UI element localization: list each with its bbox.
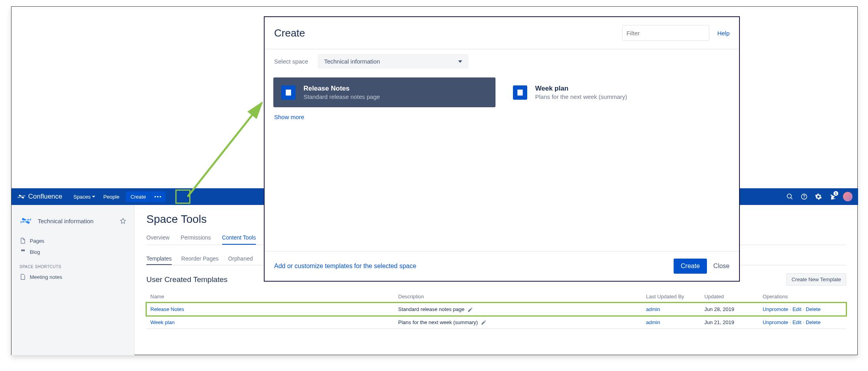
col-name: Name xyxy=(146,290,394,303)
document-icon xyxy=(281,85,296,100)
sidebar-item-label: Pages xyxy=(30,238,44,244)
sidebar-item-label: Blog xyxy=(30,249,40,255)
chevron-down-icon xyxy=(92,196,95,197)
pages-icon xyxy=(19,238,26,244)
create-modal: Create Help Select space Technical infor… xyxy=(264,16,740,282)
space-dropdown[interactable]: Technical information xyxy=(318,54,469,69)
template-desc: Plans for the next week (summary) xyxy=(535,93,627,100)
template-name-link[interactable]: Week plan xyxy=(150,319,175,325)
nav-people[interactable]: People xyxy=(103,194,119,200)
tab-permissions[interactable]: Permissions xyxy=(181,231,211,245)
op-unpromote[interactable]: Unpromote xyxy=(762,306,788,312)
nav-spaces-label: Spaces xyxy=(73,194,90,200)
help-icon[interactable] xyxy=(800,193,808,201)
svg-line-1 xyxy=(188,103,262,197)
customize-templates-link[interactable]: Add or customize templates for the selec… xyxy=(274,263,674,270)
col-by: Last Updated By xyxy=(642,290,701,303)
pencil-icon[interactable] xyxy=(467,307,473,313)
updated-date: Jun 28, 2019 xyxy=(700,303,759,316)
sidebar: Technical information Pages Blog SPACE S… xyxy=(12,205,134,355)
confluence-icon xyxy=(17,192,26,201)
close-button[interactable]: Close xyxy=(713,263,730,270)
col-desc: Description xyxy=(394,290,642,303)
brand-logo[interactable]: Confluence xyxy=(17,192,62,201)
select-space-label: Select space xyxy=(274,58,308,65)
sidebar-item-pages[interactable]: Pages xyxy=(12,235,134,246)
col-ops: Operations xyxy=(759,290,846,303)
sidebar-item-blog[interactable]: Blog xyxy=(12,246,134,257)
nav-more-button[interactable]: ••• xyxy=(151,191,165,202)
star-icon[interactable] xyxy=(120,218,126,224)
search-icon[interactable] xyxy=(786,193,794,201)
templates-table: Name Description Last Updated By Updated… xyxy=(146,290,846,329)
pencil-icon[interactable] xyxy=(481,320,486,325)
template-desc-text: Plans for the next week (summary) xyxy=(398,319,478,325)
notifications-icon[interactable]: 1 xyxy=(829,193,837,201)
tab-content-tools[interactable]: Content Tools xyxy=(222,231,256,245)
help-link[interactable]: Help xyxy=(717,30,730,37)
modal-title: Create xyxy=(274,27,622,39)
nav-create-button[interactable]: Create xyxy=(126,191,151,202)
notif-count: 1 xyxy=(833,191,838,196)
template-card-week-plan[interactable]: Week plan Plans for the next week (summa… xyxy=(505,77,727,107)
sidebar-item-label: Meeting notes xyxy=(30,274,62,280)
blog-icon xyxy=(19,249,26,255)
updated-by-link[interactable]: admin xyxy=(646,319,660,325)
avatar[interactable] xyxy=(843,192,853,201)
annotation-arrow xyxy=(184,98,268,199)
template-card-release-notes[interactable]: Release Notes Standard release notes pag… xyxy=(273,77,495,107)
template-name-link[interactable]: Release Notes xyxy=(150,306,184,312)
col-updated: Updated xyxy=(700,290,759,303)
space-logo-icon xyxy=(19,214,32,227)
create-button[interactable]: Create xyxy=(674,259,707,274)
op-delete[interactable]: Delete xyxy=(806,306,821,312)
nav-spaces[interactable]: Spaces xyxy=(73,194,95,200)
op-delete[interactable]: Delete xyxy=(806,319,821,325)
doc-icon xyxy=(19,274,26,280)
space-dropdown-value: Technical information xyxy=(324,58,458,65)
template-desc-text: Standard release notes page xyxy=(398,306,465,312)
template-title: Release Notes xyxy=(303,85,380,93)
filter-input[interactable] xyxy=(622,25,709,41)
show-more-link[interactable]: Show more xyxy=(265,107,739,127)
create-new-template-button[interactable]: Create New Template xyxy=(786,273,846,286)
template-title: Week plan xyxy=(535,85,627,93)
tab-overview[interactable]: Overview xyxy=(146,231,169,245)
table-row: Release Notes Standard release notes pag… xyxy=(146,303,846,316)
brand-name: Confluence xyxy=(28,193,62,201)
updated-by-link[interactable]: admin xyxy=(646,306,660,312)
sidebar-item-meeting-notes[interactable]: Meeting notes xyxy=(12,271,134,282)
chevron-down-icon xyxy=(458,60,462,63)
op-unpromote[interactable]: Unpromote xyxy=(762,319,788,325)
subtab-templates[interactable]: Templates xyxy=(146,253,172,265)
sidebar-shortcuts-heading: SPACE SHORTCUTS xyxy=(12,257,134,271)
subtab-reorder[interactable]: Reorder Pages xyxy=(181,253,219,265)
subtab-orphaned[interactable]: Orphaned xyxy=(228,253,253,265)
table-row: Week plan Plans for the next week (summa… xyxy=(146,316,846,329)
space-name[interactable]: Technical information xyxy=(38,218,114,224)
document-icon xyxy=(513,85,527,100)
op-edit[interactable]: Edit xyxy=(793,306,801,312)
op-edit[interactable]: Edit xyxy=(793,319,801,325)
template-desc: Standard release notes page xyxy=(303,93,380,100)
gear-icon[interactable] xyxy=(814,193,822,201)
updated-date: Jun 21, 2019 xyxy=(700,316,759,329)
